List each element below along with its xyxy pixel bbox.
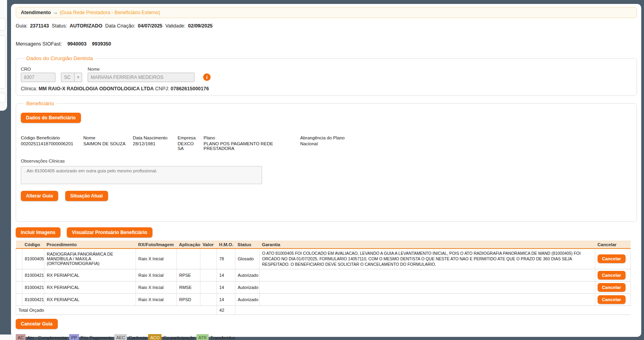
mensagens-label: Mensagens SIOFast: xyxy=(16,41,62,47)
legend-badge: AC xyxy=(16,334,26,340)
nome-input[interactable]: MARIANA FERREIRA MEDEIROS xyxy=(88,73,194,82)
table-row: 81000405RADIOGRAFIA PANORÂMICA DE MANDÍB… xyxy=(16,249,631,269)
hmo-cell: 14 xyxy=(217,281,235,293)
procedimento-cell: RADIOGRAFIA PANORÂMICA DE MANDÍBULA / MA… xyxy=(44,249,136,269)
legend-item: ACAto - Complementar xyxy=(16,334,68,340)
cancel-row-button[interactable]: Cancelar xyxy=(598,283,626,292)
row-spacer xyxy=(16,293,22,305)
mensagens-siofast: Mensagens SIOFast: 9940003 9939350 xyxy=(16,41,637,47)
background-box xyxy=(0,93,6,103)
mensagem-link-2[interactable]: 9939350 xyxy=(92,41,111,47)
table-row: 81000421RX PERIAPICALRaio X InicialRPSE1… xyxy=(16,269,631,281)
aplicacao-cell: RPSE xyxy=(177,269,200,281)
cancel-row-button[interactable]: Cancelar xyxy=(598,295,626,304)
procedimento-cell: RX PERIAPICAL xyxy=(44,281,136,293)
hmo-cell: 78 xyxy=(217,249,235,269)
status-cell: Autorizado xyxy=(235,281,260,293)
status-value: AUTORIZADO xyxy=(70,23,102,29)
incluir-imagens-button[interactable]: Incluir Imagens xyxy=(16,227,61,238)
cancel-cell: Cancelar xyxy=(595,249,631,269)
rx-cell: Raio X Inicial xyxy=(136,281,177,293)
table-row: 81000421RX PERIAPICALRaio X InicialRPSD1… xyxy=(16,293,631,305)
clinica-value: MM RAIO-X RADIOLOGIA ODONTOLOGICA LTDA xyxy=(39,86,154,91)
status-cell: Autorizado xyxy=(235,293,260,305)
field-value: DEXCO SA xyxy=(178,141,198,151)
breadcrumb-page: (Guia Rede Prestadora - Beneficiário Ext… xyxy=(60,10,160,15)
beneficiario-field: NomeSAIMON DE SOUZA xyxy=(83,135,127,151)
validade-value: 02/09/2025 xyxy=(188,23,213,29)
field-value: 002025114187000006201 xyxy=(21,141,78,146)
dentista-fieldset-title: Dados do Cirurgião Dentista xyxy=(24,55,95,61)
legend-badge: ATR xyxy=(196,334,209,340)
column-header: Aplicação xyxy=(177,241,200,249)
valor-cell xyxy=(200,293,217,305)
status-legend: ACAto - ComplementarPPPós PagamentoAECCa… xyxy=(16,334,637,340)
observacoes-label: Observações Clínicas xyxy=(21,159,632,163)
info-icon[interactable]: i xyxy=(203,73,211,81)
cancel-cell: Cancelar xyxy=(595,269,631,281)
garantia-cell xyxy=(260,281,595,293)
total-hmo-value: 42 xyxy=(217,305,235,314)
beneficiario-fieldset-title: Beneficiário xyxy=(24,101,57,106)
breadcrumb: Atendimento → (Guia Rede Prestadora - Be… xyxy=(16,7,637,18)
field-label: Código Beneficiário xyxy=(21,135,78,140)
alterar-guia-button[interactable]: Alterar Guia xyxy=(21,191,58,201)
cnpj-value: 07862615000176 xyxy=(171,86,209,91)
valor-cell xyxy=(200,281,217,293)
background-page-edge xyxy=(0,0,7,111)
chevron-down-icon[interactable]: ▼ xyxy=(74,73,82,82)
total-empty xyxy=(235,305,631,314)
situacao-atual-button[interactable]: Situação Atual xyxy=(65,191,108,201)
cnpj-label: CNPJ: xyxy=(155,86,169,91)
hmo-cell: 14 xyxy=(217,293,235,305)
row-spacer xyxy=(16,249,22,269)
total-label: Total Orçado xyxy=(16,305,217,314)
column-header: Cancelar xyxy=(595,241,631,249)
field-label: Data Nascimento xyxy=(133,135,172,140)
data-criacao-label: Data Criação: xyxy=(105,23,135,29)
clinica-line: Clínica: MM RAIO-X RADIOLOGIA ODONTOLOGI… xyxy=(21,86,632,91)
garantia-cell xyxy=(260,269,595,281)
codigo-cell: 81000405 xyxy=(22,249,44,269)
uf-select[interactable]: SC ▼ xyxy=(61,73,82,82)
mensagem-link-1[interactable]: 9940003 xyxy=(67,41,86,47)
status-cell: Glosado xyxy=(235,249,260,269)
cancelar-guia-button[interactable]: Cancelar Guia xyxy=(16,319,58,329)
observacoes-textarea[interactable]: . Ato 81000405 autorizado em outra guia … xyxy=(21,166,262,184)
cro-input[interactable]: 8307 xyxy=(21,73,55,82)
cancel-row-button[interactable]: Cancelar xyxy=(598,271,626,280)
codigo-cell: 81000421 xyxy=(22,281,44,293)
hmo-cell: 14 xyxy=(217,269,235,281)
legend-item: PPPós Pagamento xyxy=(69,334,113,340)
background-box xyxy=(0,18,6,31)
field-label: Abrangência do Plano xyxy=(300,135,351,140)
column-header: Status xyxy=(235,241,260,249)
field-value: Nacional xyxy=(300,141,351,146)
cancel-row-button[interactable]: Cancelar xyxy=(598,254,626,263)
cro-label: CRO xyxy=(21,67,55,71)
procedimento-cell: RX PERIAPICAL xyxy=(44,293,136,305)
row-spacer xyxy=(16,281,22,293)
aplicacao-cell xyxy=(177,249,200,269)
beneficiario-fieldset: Beneficiário Dados do Beneficiário Códig… xyxy=(16,101,637,222)
column-header: H.M.O. xyxy=(217,241,235,249)
table-header-row: CódigoProcedimentoRX/Foto/ImagemAplicaçã… xyxy=(16,241,631,249)
codigo-cell: 81000421 xyxy=(22,269,44,281)
field-label: Nome xyxy=(83,135,127,140)
legend-badge: ACO xyxy=(148,334,161,340)
legend-item: AECCarência xyxy=(114,334,147,340)
legend-label: Co-participação xyxy=(163,335,195,340)
garantia-cell xyxy=(260,293,595,305)
uf-select-value: SC xyxy=(61,73,74,82)
dados-beneficiario-button[interactable]: Dados do Beneficiário xyxy=(21,113,81,123)
status-label: Status: xyxy=(52,23,67,29)
guia-number: 2371143 xyxy=(30,23,49,29)
breadcrumb-arrow-icon: → xyxy=(53,10,58,15)
legend-item: ATRTransferidos xyxy=(196,334,235,340)
column-header: Valor xyxy=(200,241,217,249)
visualizar-prontuario-button[interactable]: Visualizar Prontuário Beneficiário xyxy=(67,227,152,238)
clinica-label: Clínica: xyxy=(21,86,37,91)
column-header xyxy=(16,241,22,249)
procedimento-cell: RX PERIAPICAL xyxy=(44,269,136,281)
column-header: Garantia xyxy=(260,241,595,249)
